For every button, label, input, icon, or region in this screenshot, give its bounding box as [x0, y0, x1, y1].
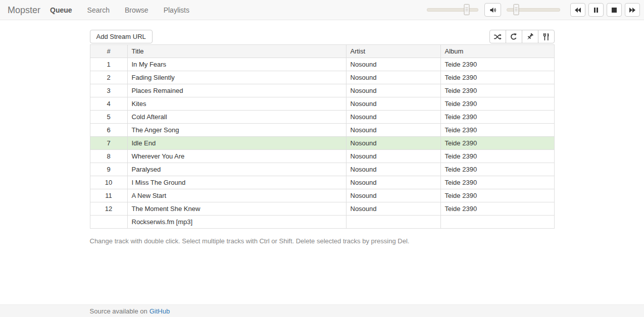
nav-item-playlists[interactable]: Playlists	[156, 0, 197, 20]
track-number: 6	[90, 124, 127, 137]
pushpin-icon	[526, 33, 534, 41]
nav-item-search[interactable]: Search	[80, 0, 117, 20]
track-artist: Nosound	[346, 189, 440, 202]
footer-text: Source available on	[90, 307, 147, 315]
track-album: Teide 2390	[440, 124, 554, 137]
consume-button[interactable]	[538, 30, 555, 43]
page-content: Add Stream URL	[0, 20, 644, 304]
column-header-artist: Artist	[346, 45, 440, 58]
queue-track-row[interactable]: 1 In My Fears Nosound Teide 2390	[90, 58, 554, 71]
track-title: Fading Silently	[127, 71, 346, 84]
github-link[interactable]: GitHub	[150, 307, 170, 315]
track-artist: Nosound	[346, 202, 440, 216]
pause-icon	[593, 7, 599, 13]
shuffle-icon	[493, 33, 502, 41]
queue-track-row[interactable]: 6 The Anger Song Nosound Teide 2390	[90, 124, 554, 137]
column-header-album: Album	[440, 45, 554, 58]
queue-track-row[interactable]: Rockserwis.fm [mp3]	[90, 216, 554, 229]
pause-button[interactable]	[588, 3, 604, 17]
pin-button[interactable]	[522, 30, 538, 43]
track-title: A New Start	[127, 189, 346, 202]
track-album: Teide 2390	[440, 71, 554, 84]
queue-track-row[interactable]: 4 Kites Nosound Teide 2390	[90, 97, 554, 111]
nav-item-queue[interactable]: Queue	[42, 0, 80, 20]
seek-slider-handle[interactable]	[513, 4, 519, 15]
queue-track-row[interactable]: 5 Cold Afterall Nosound Teide 2390	[90, 111, 554, 124]
queue-track-row[interactable]: 8 Wherever You Are Nosound Teide 2390	[90, 150, 554, 163]
queue-track-row[interactable]: 9 Paralysed Nosound Teide 2390	[90, 163, 554, 176]
queue-track-row[interactable]: 12 The Moment She Knew Nosound Teide 239…	[90, 202, 554, 216]
track-title: The Moment She Knew	[127, 202, 346, 216]
volume-slider-handle[interactable]	[464, 4, 470, 15]
track-artist: Nosound	[346, 71, 440, 84]
queue-track-row[interactable]: 11 A New Start Nosound Teide 2390	[90, 189, 554, 202]
track-artist: Nosound	[346, 124, 440, 137]
track-artist: Nosound	[346, 137, 440, 150]
track-artist: Nosound	[346, 58, 440, 71]
track-album: Teide 2390	[440, 84, 554, 97]
previous-button[interactable]	[570, 3, 585, 17]
track-album: Teide 2390	[440, 189, 554, 202]
track-number: 12	[90, 202, 127, 216]
track-title: Kites	[127, 97, 346, 111]
add-stream-url-button[interactable]: Add Stream URL	[90, 30, 153, 43]
next-icon	[629, 7, 636, 13]
track-number: 7	[90, 137, 127, 150]
nav-item-browse[interactable]: Browse	[117, 0, 156, 20]
track-artist	[346, 216, 440, 229]
transport-buttons	[567, 3, 640, 17]
track-title: Rockserwis.fm [mp3]	[127, 216, 346, 229]
queue-table-body: 1 In My Fears Nosound Teide 2390 2 Fadin…	[90, 58, 554, 229]
queue-table: #TitleArtistAlbum 1 In My Fears Nosound …	[90, 44, 555, 229]
track-title: In My Fears	[127, 58, 346, 71]
queue-toolbar: Add Stream URL	[90, 30, 555, 43]
shuffle-button[interactable]	[489, 30, 506, 43]
footer: Source available on GitHub	[0, 304, 644, 317]
track-title: Cold Afterall	[127, 111, 346, 124]
track-album: Teide 2390	[440, 202, 554, 216]
cutlery-icon	[542, 33, 550, 41]
speaker-icon	[489, 6, 497, 14]
track-artist: Nosound	[346, 150, 440, 163]
track-number: 8	[90, 150, 127, 163]
player-controls	[427, 3, 640, 17]
track-title: I Miss The Ground	[127, 176, 346, 189]
stop-button[interactable]	[607, 3, 622, 17]
column-header-title: Title	[127, 45, 346, 58]
queue-track-row[interactable]: 3 Places Remained Nosound Teide 2390	[90, 84, 554, 97]
seek-slider[interactable]	[507, 8, 560, 12]
track-title: The Anger Song	[127, 124, 346, 137]
queue-track-row[interactable]: 10 I Miss The Ground Nosound Teide 2390	[90, 176, 554, 189]
track-title: Wherever You Are	[127, 150, 346, 163]
track-artist: Nosound	[346, 176, 440, 189]
queue-track-row[interactable]: 2 Fading Silently Nosound Teide 2390	[90, 71, 554, 84]
queue-table-header-row: #TitleArtistAlbum	[90, 45, 554, 58]
repeat-button[interactable]	[506, 30, 522, 43]
volume-slider[interactable]	[427, 8, 478, 12]
track-artist: Nosound	[346, 97, 440, 111]
usage-hint: Change track with double click. Select m…	[90, 237, 555, 245]
main-nav: QueueSearchBrowsePlaylists	[42, 0, 197, 20]
navbar: Mopster QueueSearchBrowsePlaylists	[0, 0, 644, 20]
track-album: Teide 2390	[440, 111, 554, 124]
queue-track-row[interactable]: 7 Idle End Nosound Teide 2390	[90, 137, 554, 150]
track-number: 3	[90, 84, 127, 97]
track-number: 5	[90, 111, 127, 124]
track-album: Teide 2390	[440, 176, 554, 189]
track-number: 1	[90, 58, 127, 71]
track-album: Teide 2390	[440, 97, 554, 111]
track-title: Places Remained	[127, 84, 346, 97]
column-header-num: #	[90, 45, 127, 58]
app-brand[interactable]: Mopster	[0, 0, 42, 20]
repeat-icon	[510, 33, 518, 41]
previous-icon	[574, 7, 581, 13]
track-artist: Nosound	[346, 84, 440, 97]
stop-icon	[611, 7, 617, 13]
playback-mode-buttons	[489, 30, 555, 43]
track-number	[90, 216, 127, 229]
track-album: Teide 2390	[440, 58, 554, 71]
track-number: 9	[90, 163, 127, 176]
mute-button[interactable]	[484, 3, 501, 17]
next-button[interactable]	[625, 3, 640, 17]
track-number: 11	[90, 189, 127, 202]
